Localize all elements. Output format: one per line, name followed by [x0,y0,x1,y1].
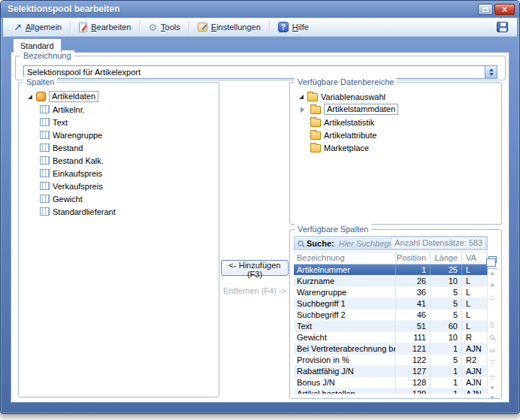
search-icon[interactable] [487,333,497,342]
tree-item-variablenauswahl[interactable]: Variablenauswahl [293,90,498,103]
grid-side-toolbar: ▲▲△{}ab▽▽▼▼ [485,230,499,397]
search-label: Suche: [307,239,334,248]
verfuegbare-spalten-group: Verfügbare Spalten Suche: Hier Suchbegri… [289,229,502,399]
maximize-button[interactable] [478,4,493,15]
toolbar-separator [139,21,140,33]
column-chooser-icon[interactable] [487,255,497,264]
table-cell: L [462,298,488,309]
tree-item[interactable]: Bestand Kalk. [22,154,216,167]
expander-expanded-icon[interactable] [299,95,304,99]
toolbar-separator [189,21,189,33]
table-icon [40,182,50,190]
table-cell: Warengruppe [294,287,396,298]
table-row[interactable]: Suchbegriff 2465L [294,310,488,321]
table-cell: 46 [396,310,431,320]
table-row[interactable]: Text5160L [294,321,488,332]
table-cell: AJN [462,377,488,388]
tree-item[interactable]: Einkaufspreis [22,167,216,180]
table-row[interactable]: Warengruppe365L [294,287,488,298]
search-input[interactable]: Hier Suchbegriff einge [339,239,392,248]
move-down-icon[interactable]: ▼ [487,384,497,393]
close-button[interactable] [494,4,515,15]
column-header[interactable]: Bezeichnung [294,252,396,264]
chevron-up-icon [489,68,494,71]
toolbar-button-allgemein[interactable]: ↗Allgemein [8,20,68,35]
table-cell: 51 [396,321,431,331]
tab-standard[interactable]: Standard [13,38,62,53]
page-up-icon[interactable]: △ [487,293,497,302]
tree-item[interactable]: Standardlieferant [22,205,216,218]
table-cell: R [462,332,488,343]
table-row[interactable]: Kurzname2610L [294,276,488,287]
search-icon [298,240,304,246]
bezeichnung-combobox[interactable]: Selektionspool für Artikelexport [23,65,497,79]
maximize-icon [482,8,488,12]
combobox-dropdown-button[interactable] [485,66,497,78]
toolbar-items: ↗AllgemeinBearbeiten⚙ToolsEinstellungen?… [8,18,315,36]
folder-icon [310,119,321,127]
table-cell: Artikelnummer [294,264,396,275]
table-row[interactable]: Artikelnummer125L [294,264,488,276]
tree-item[interactable]: Text [22,116,216,128]
move-up-icon[interactable]: ▲ [487,280,497,289]
table-cell: L [462,276,488,286]
tree-item[interactable]: Verkaufspreis [22,180,216,192]
toolbar-separator [70,21,71,33]
remove-button-disabled: Entfernen (F4) -> [221,286,289,295]
tree-item[interactable]: Warengruppe [22,128,216,141]
column-header[interactable]: VA [462,252,488,264]
tree-item-label: Verkaufspreis [53,182,103,191]
rename-icon[interactable]: ab [487,346,497,355]
toolbar-separator [269,21,270,33]
toolbar-button-tools[interactable]: ⚙Tools [142,20,186,35]
tree-item-label: Artikelstatistik [324,118,374,127]
search-icon-glyph [490,335,494,340]
table-row[interactable]: Bonus J/N1281AJN [294,377,488,388]
brackets-icon[interactable]: {} [487,320,497,329]
tree-item-artikeldaten[interactable]: Artikeldaten [22,90,216,103]
datenbereiche-tree: VariablenauswahlArtikelstammdatenArtikel… [293,90,498,221]
toolbar-button-label: Tools [161,23,180,32]
table-row[interactable]: Provision in %1225R2 [294,355,488,366]
toolbar-button-hilfe[interactable]: ?Hilfe [272,20,315,35]
toolbar-button-einstellungen[interactable]: Einstellungen [192,20,267,35]
caption-buttons [478,4,515,15]
settings-form-icon [198,23,207,32]
bezeichnung-combobox-value: Selektionspool für Artikelexport [24,66,485,78]
table-row[interactable]: Suchbegriff 1415L [294,298,488,310]
column-header[interactable]: Länge [431,252,462,264]
table-row[interactable]: Gewicht11110R [294,332,488,343]
save-slot [497,22,508,32]
add-button[interactable]: <- Hinzufügen (F3) [221,260,289,276]
column-header[interactable]: Position [396,252,431,264]
grid-header: BezeichnungPositionLängeVA [294,252,488,264]
folder-icon [307,93,318,101]
page-down-icon[interactable]: ▽ [487,373,497,382]
table-row[interactable]: Bei Vertreterabrechnung berücksichtige12… [294,343,488,355]
table-row[interactable]: Rabattfähig J/N1271AJN [294,366,488,377]
help-icon: ? [278,22,289,32]
tree-item[interactable]: Artikelstatistik [293,116,498,128]
floppy-disk-icon save-button[interactable] [497,22,508,32]
tree-item[interactable]: Marketplace [293,141,498,154]
table-icon [40,105,50,113]
expander-collapsed-icon[interactable] [301,107,307,113]
tree-item[interactable]: Bestand [22,141,216,154]
toolbar-button-bearbeiten[interactable]: Bearbeiten [73,20,137,35]
tree-item[interactable]: Artikelnr. [22,103,216,116]
filter-icon[interactable]: ▽ [487,358,497,367]
tree-item[interactable]: Artikelattribute [293,128,498,141]
table-cell: Provision in % [294,355,396,365]
table-cell: L [462,287,488,298]
tree-item-label: Warengruppe [53,131,102,140]
expander-expanded-icon[interactable] [28,95,32,99]
table-cell: 1 [431,366,462,376]
move-bottom-icon[interactable]: ▼ [487,394,497,403]
table-row[interactable]: Artikel bestellen1291AJN [294,388,488,394]
tree-item[interactable]: Gewicht [22,192,216,205]
search-bar[interactable]: Suche: Hier Suchbegriff einge Anzahl Dat… [294,236,488,250]
table-cell: Kurzname [294,276,396,286]
move-top-icon[interactable]: ▲ [487,268,497,277]
tree-item-label: Marketplace [324,144,369,153]
tree-item[interactable]: Artikelstammdaten [293,103,498,116]
